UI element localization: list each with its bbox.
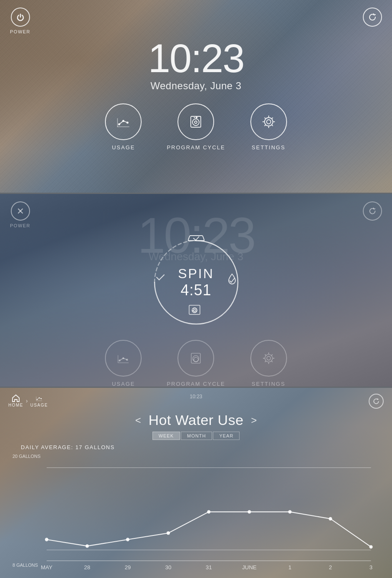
data-point-0 — [45, 538, 48, 541]
svg-point-9 — [196, 117, 197, 118]
power-button[interactable]: POWER — [10, 8, 30, 34]
power-icon-circle — [11, 8, 30, 27]
settings-gear-icon — [260, 113, 278, 131]
spin-center: SPIN 4:51 — [146, 232, 246, 332]
cycle-program-circle — [177, 340, 214, 377]
data-point-3 — [167, 531, 170, 535]
nav-settings[interactable]: SETTINGS — [250, 103, 287, 151]
power-label: POWER — [10, 29, 30, 34]
data-point-8 — [369, 545, 372, 548]
nav-icons: USAGE PROGRAM CYCLE — [105, 103, 287, 151]
spin-container: SPIN 4:51 — [146, 232, 246, 332]
hot-water-title-row: < Hot Water Use > — [0, 412, 392, 428]
usage-refresh-button[interactable] — [369, 394, 384, 409]
data-point-2 — [126, 538, 129, 541]
close-button[interactable]: POWER — [10, 201, 30, 228]
data-point-7 — [329, 517, 332, 520]
panel-home: POWER 10:23 Wednesday, June 3 — [0, 0, 392, 193]
x-label-30: 30 — [165, 564, 172, 570]
spin-time: 4:51 — [180, 281, 211, 299]
y-label-8: 8 GALLONS — [12, 563, 38, 568]
panel-usage: HOME › USAGE 10:23 — [0, 388, 392, 578]
home-label: HOME — [8, 403, 23, 407]
svg-point-24 — [267, 356, 270, 360]
usage-clock: 10:23 — [190, 394, 202, 400]
usage-top-bar: HOME › USAGE 10:23 — [0, 388, 392, 409]
data-point-6 — [288, 510, 292, 513]
x-label-3: 3 — [370, 564, 372, 570]
data-point-4 — [207, 510, 210, 513]
cycle-program-icon — [187, 350, 204, 367]
x-label-may: MAY — [41, 564, 52, 570]
washer-icon — [187, 113, 205, 131]
usage-breadcrumb-label: USAGE — [30, 403, 48, 407]
svg-point-6 — [192, 119, 199, 126]
cycle-nav-icons: USAGE PROGRAM CYCLE SETTI — [105, 340, 287, 387]
breadcrumb-home[interactable]: HOME — [8, 394, 23, 407]
hot-water-title: Hot Water Use — [148, 412, 243, 428]
svg-point-7 — [195, 121, 197, 123]
close-icon-circle — [11, 201, 30, 221]
cycle-usage-label: USAGE — [112, 381, 135, 387]
next-arrow[interactable]: > — [251, 415, 257, 426]
panel-cycle: 10:23 Wednesday, June 3 POWER — [0, 194, 392, 387]
cycle-settings-label: SETTINGS — [252, 381, 285, 387]
settings-label: SETTINGS — [252, 144, 285, 151]
breadcrumb-separator: › — [26, 397, 28, 404]
data-point-1 — [85, 544, 89, 548]
cycle-nav-program[interactable]: PROGRAM CYCLE — [167, 340, 225, 387]
usage-label: USAGE — [112, 144, 135, 151]
cycle-settings-icon — [260, 350, 277, 367]
cycle-program-label: PROGRAM CYCLE — [167, 381, 225, 387]
cycle-settings-circle — [250, 340, 287, 377]
power-label-cycle: POWER — [10, 223, 30, 228]
period-tabs: WEEK MONTH YEAR — [0, 432, 392, 440]
daily-average: DAILY AVERAGE: 17 GALLONS — [21, 444, 371, 450]
spin-label: SPIN — [178, 266, 214, 281]
x-label-2: 2 — [329, 564, 332, 570]
clock-time: 10:23 — [148, 38, 244, 78]
x-label-31: 31 — [206, 564, 212, 570]
settings-icon-circle — [250, 103, 287, 140]
program-cycle-icon-circle — [177, 103, 214, 140]
refresh-button[interactable] — [363, 8, 382, 34]
tab-month[interactable]: MONTH — [181, 432, 212, 440]
cycle-nav-settings[interactable]: SETTINGS — [250, 340, 287, 387]
refresh-icon-circle-cycle — [363, 201, 382, 221]
refresh-icon-circle — [363, 8, 382, 27]
power-icon — [16, 13, 25, 22]
chart-container: 20 GALLONS 8 GALLONS MAY 28 29 — [12, 450, 380, 578]
hot-water-header: < Hot Water Use > WEEK MONTH YEAR — [0, 412, 392, 440]
cycle-top-bar: POWER — [0, 194, 392, 228]
close-x-icon — [16, 207, 25, 215]
tab-year[interactable]: YEAR — [213, 432, 240, 440]
home-icon — [11, 394, 20, 403]
svg-point-10 — [267, 120, 271, 124]
refresh-icon-cycle — [368, 207, 377, 215]
program-cycle-label: PROGRAM CYCLE — [167, 144, 225, 151]
clock-area: 10:23 Wednesday, June 3 — [148, 38, 244, 92]
usage-refresh-icon — [372, 397, 380, 405]
breadcrumb: HOME › USAGE — [8, 394, 48, 407]
nav-program-cycle[interactable]: PROGRAM CYCLE — [167, 103, 225, 151]
breadcrumb-usage[interactable]: USAGE — [30, 394, 48, 407]
clock-date: Wednesday, June 3 — [148, 80, 244, 92]
cycle-nav-usage[interactable]: USAGE — [105, 340, 142, 387]
prev-arrow[interactable]: < — [135, 415, 141, 426]
nav-usage[interactable]: USAGE — [105, 103, 142, 151]
y-label-20: 20 GALLONS — [12, 454, 40, 459]
svg-point-11 — [265, 118, 273, 126]
usage-chart-icon — [114, 113, 132, 131]
x-label-29: 29 — [125, 564, 131, 570]
x-label-june: JUNE — [242, 564, 257, 570]
refresh-icon — [368, 13, 377, 22]
cycle-usage-icon — [115, 350, 132, 367]
tab-week[interactable]: WEEK — [152, 432, 180, 440]
svg-point-25 — [265, 354, 272, 362]
refresh-button-cycle[interactable] — [363, 201, 382, 228]
x-label-1: 1 — [288, 564, 291, 570]
chart-svg: MAY 28 29 30 31 JUNE 1 2 3 — [12, 450, 380, 578]
data-point-5 — [247, 510, 251, 513]
usage-icon-circle — [105, 103, 142, 140]
top-bar: POWER — [0, 0, 392, 34]
